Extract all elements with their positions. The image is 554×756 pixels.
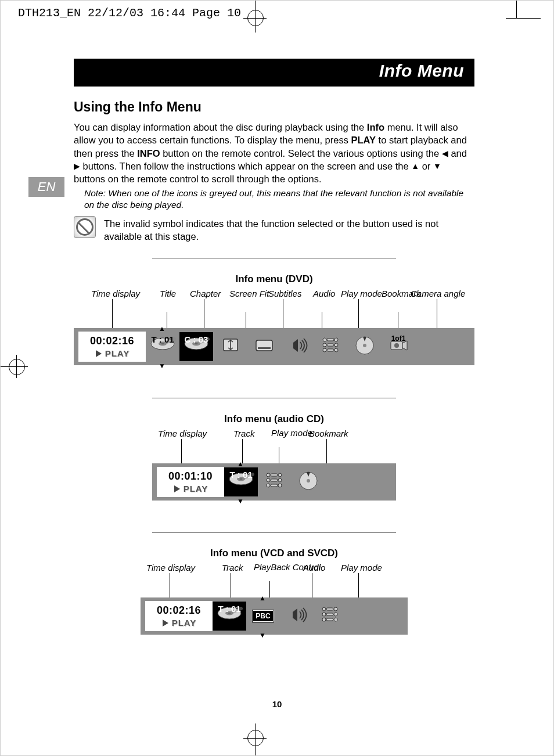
label-vcd-track: Track <box>222 563 243 573</box>
dvd-osd-bar: 00:02:16 PLAY T : 01 C : 03 <box>74 328 474 365</box>
label-vcd-time: Time display <box>146 563 195 573</box>
arrow-down-icon: ▼ <box>433 161 441 172</box>
note-text: Note: When one of the icons is greyed ou… <box>84 188 474 211</box>
track-icon: T : 01 <box>213 602 246 631</box>
invalid-symbol-icon <box>74 216 96 238</box>
play-icon <box>173 485 181 493</box>
section-title: Using the Info Menu <box>74 99 474 115</box>
label-bookmark: Bookmark <box>382 289 421 298</box>
arrow-up-icon: ▲ <box>411 161 419 172</box>
dvd-diagram-title: Info menu (DVD) <box>74 273 474 285</box>
label-cd-time: Time display <box>158 429 207 438</box>
label-time: Time display <box>91 289 140 298</box>
label-chapter: Chapter <box>190 289 221 298</box>
label-vcd-audio: Audio <box>303 563 325 573</box>
arrow-right-icon: ▶ <box>74 161 80 172</box>
time-display: 00:02:16 PLAY <box>145 601 213 631</box>
play-label: PLAY <box>172 618 197 628</box>
label-subtitles: Subtitles <box>268 289 302 298</box>
label-cd-playmode: Play mode <box>271 429 312 437</box>
camera-angle-icon: 1of1 <box>382 332 415 361</box>
time-display: 00:01:10 PLAY <box>157 467 224 497</box>
label-audio: Audio <box>313 289 335 298</box>
invalid-symbol-text: The invalid symbol indicates that the fu… <box>104 217 474 243</box>
label-cd-bookmark: Bookmark <box>309 429 348 438</box>
intro-paragraph: You can display information about the di… <box>74 121 474 185</box>
play-icon <box>95 350 103 358</box>
label-playmode: Play mode <box>341 289 382 298</box>
playmode-icon <box>314 332 348 361</box>
chapter-icon: C : 03 <box>179 332 213 361</box>
audio-icon <box>280 332 314 361</box>
bookmark-icon <box>292 467 325 496</box>
label-title: Title <box>160 289 176 298</box>
audio-icon <box>280 602 314 631</box>
play-icon <box>161 619 170 627</box>
playmode-icon <box>314 602 347 631</box>
language-tab: EN <box>28 177 64 197</box>
cd-diagram-title: Info menu (audio CD) <box>74 413 474 425</box>
time-display: 00:02:16 PLAY <box>78 332 146 362</box>
page-number: 10 <box>1 699 553 709</box>
screenfit-icon <box>213 332 247 361</box>
arrow-left-icon: ◀ <box>442 148 448 159</box>
vcd-osd-bar: 00:02:16 PLAY T : 01 PBC <box>141 597 408 635</box>
print-header: DTH213_EN 22/12/03 16:44 Page 10 <box>18 6 241 20</box>
vcd-diagram-title: Info menu (VCD and SVCD) <box>74 548 474 559</box>
bookmark-icon <box>348 332 382 361</box>
label-cd-track: Track <box>233 429 254 438</box>
label-screenfit: Screen Fit <box>229 289 269 298</box>
subtitles-icon <box>247 332 280 361</box>
cd-osd-bar: 00:01:10 PLAY T : 01 <box>152 463 396 501</box>
label-vcd-playmode: Play mode <box>341 563 382 573</box>
page-banner: Info Menu <box>74 59 474 87</box>
play-label: PLAY <box>105 348 130 358</box>
title-icon: T : 01 <box>146 332 179 361</box>
pbc-icon: PBC <box>246 602 280 631</box>
play-label: PLAY <box>184 484 208 494</box>
track-icon: T : 01 <box>224 467 258 496</box>
playmode-icon <box>258 467 292 496</box>
